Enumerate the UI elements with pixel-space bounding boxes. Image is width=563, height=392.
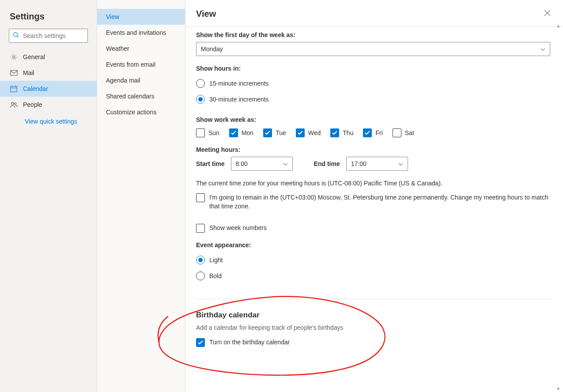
radio-light[interactable]: Light: [196, 252, 552, 268]
radio-label: Light: [209, 256, 223, 264]
nav-label: General: [23, 53, 45, 60]
start-time-value: 8:00: [236, 160, 248, 167]
content-title: View: [196, 9, 216, 19]
scrollbar[interactable]: ▲ ▼: [558, 25, 561, 390]
chevron-down-icon: [283, 160, 288, 167]
section-divider: [196, 299, 552, 299]
settings-sidebar: Settings General Mail Cal: [0, 0, 97, 392]
nav-label: Mail: [23, 69, 34, 76]
show-week-numbers-checkbox[interactable]: Show week numbers: [196, 224, 552, 233]
end-time-value: 17:00: [351, 160, 367, 167]
radio-label: 30-minute increments: [209, 96, 269, 103]
svg-point-8: [11, 102, 14, 105]
svg-line-1: [17, 36, 19, 38]
event-appearance-label: Event appearance:: [196, 241, 552, 249]
radio-30min[interactable]: 30-minute increments: [196, 91, 552, 107]
day-wed[interactable]: Wed: [296, 128, 321, 137]
view-quick-settings-link[interactable]: View quick settings: [0, 113, 97, 125]
search-field[interactable]: [19, 32, 84, 39]
gear-icon: [10, 53, 18, 61]
svg-point-9: [15, 102, 16, 104]
first-day-value: Monday: [201, 45, 223, 53]
birthday-calendar-desc: Add a calendar for keeping track of peop…: [196, 324, 552, 331]
sub-item-agenda-mail[interactable]: Agenda mail: [97, 72, 185, 88]
sub-item-shared-calendars[interactable]: Shared calendars: [97, 88, 185, 104]
close-button[interactable]: [542, 8, 552, 19]
timezone-permanent-checkbox[interactable]: I'm going to remain in the (UTC+03:00) M…: [196, 193, 552, 211]
nav-calendar[interactable]: Calendar: [0, 81, 97, 97]
checkbox-label: Turn on the birthday calendar: [209, 338, 290, 347]
birthday-calendar-title: Birthday calendar: [196, 311, 552, 320]
first-day-select[interactable]: Monday: [196, 42, 550, 56]
svg-rect-3: [10, 70, 17, 75]
radio-label: Bold: [209, 272, 222, 279]
sub-item-weather[interactable]: Weather: [97, 41, 185, 57]
sub-item-events-from-email[interactable]: Events from email: [97, 57, 185, 72]
start-time-select[interactable]: 8:00: [231, 157, 293, 171]
scroll-up-icon: ▲: [556, 24, 560, 28]
search-settings-input[interactable]: [9, 29, 88, 43]
chevron-down-icon: [540, 45, 545, 53]
start-time-label: Start time: [196, 160, 225, 167]
day-tue[interactable]: Tue: [263, 128, 286, 137]
timezone-text: The current time zone for your meeting h…: [196, 179, 552, 188]
day-thu[interactable]: Thu: [330, 128, 353, 137]
checkbox-label: I'm going to remain in the (UTC+03:00) M…: [209, 193, 552, 211]
nav-mail[interactable]: Mail: [0, 65, 97, 81]
work-week-label: Show work week as:: [196, 116, 552, 123]
nav-label: People: [23, 101, 42, 108]
day-sun[interactable]: Sun: [196, 128, 219, 137]
sub-item-customize-actions[interactable]: Customize actions: [97, 104, 185, 120]
settings-title: Settings: [0, 8, 97, 29]
work-week-days: Sun Mon Tue Wed Thu Fri Sat: [196, 128, 552, 137]
end-time-label: End time: [314, 160, 340, 167]
svg-point-0: [13, 32, 17, 36]
nav-label: Calendar: [23, 85, 48, 92]
sub-settings-list: View Events and invitations Weather Even…: [97, 0, 185, 392]
mail-icon: [10, 70, 18, 76]
birthday-calendar-checkbox[interactable]: Turn on the birthday calendar: [196, 338, 552, 347]
calendar-icon: [10, 85, 18, 92]
svg-rect-4: [11, 87, 17, 92]
content-panel: View Show the first day of the week as: …: [185, 0, 563, 392]
day-sat[interactable]: Sat: [393, 128, 414, 137]
radio-bold[interactable]: Bold: [196, 268, 552, 284]
scroll-down-icon: ▼: [556, 387, 560, 391]
radio-15min[interactable]: 15-minute increments: [196, 75, 552, 91]
show-hours-label: Show hours in:: [196, 65, 552, 72]
people-icon: [10, 102, 18, 108]
sub-item-events-invitations[interactable]: Events and invitations: [97, 25, 185, 41]
meeting-hours-label: Meeting hours:: [196, 146, 552, 153]
first-day-label: Show the first day of the week as:: [196, 31, 552, 38]
checkbox-label: Show week numbers: [209, 224, 267, 233]
svg-point-2: [12, 56, 15, 58]
day-fri[interactable]: Fri: [363, 128, 382, 137]
radio-label: 15-minute increments: [209, 80, 269, 87]
nav-people[interactable]: People: [0, 97, 97, 113]
sub-item-view[interactable]: View: [97, 9, 185, 25]
nav-general[interactable]: General: [0, 49, 97, 65]
chevron-down-icon: [398, 160, 403, 167]
end-time-select[interactable]: 17:00: [346, 157, 408, 171]
search-icon: [13, 32, 19, 40]
day-mon[interactable]: Mon: [229, 128, 253, 137]
